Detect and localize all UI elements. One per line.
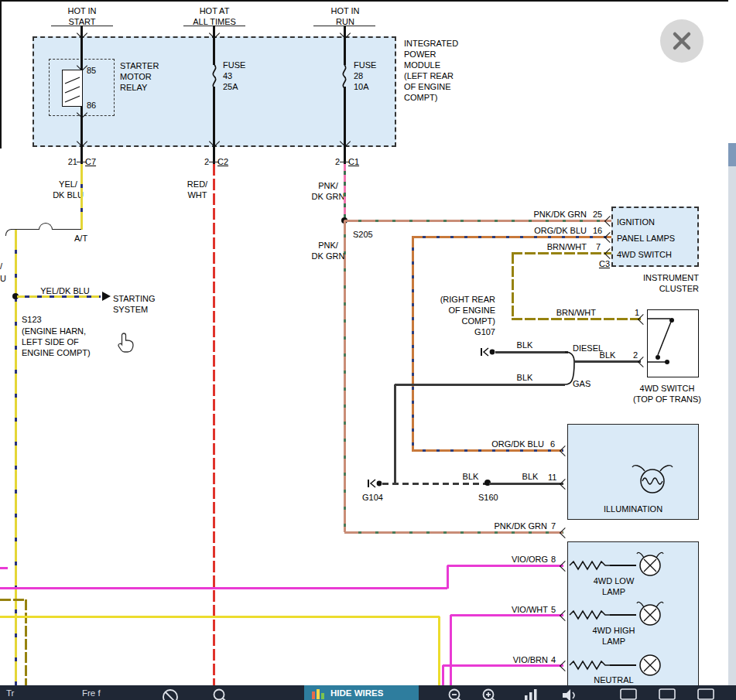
mouse-cursor-hand — [118, 333, 135, 353]
relay-pin-85: 85 — [87, 65, 96, 76]
label-s123-location: (ENGINE HARN, LEFT SIDE OF ENGINE COMPT) — [22, 326, 91, 358]
4wd-high-lamp-symbol — [636, 598, 664, 629]
chart-bars-icon[interactable] — [523, 688, 539, 700]
wire-blk-to-pin11 — [489, 483, 563, 485]
label-s205: S205 — [353, 229, 373, 240]
hide-wires-button[interactable]: HIDE WIRES — [304, 685, 419, 700]
circle-slash-icon[interactable] — [161, 688, 180, 700]
cluster-item-ignition: IGNITION — [617, 217, 655, 227]
scrollbar-thumb[interactable] — [728, 143, 736, 166]
arrow-right-icon — [102, 292, 111, 301]
pin-11: 11 — [548, 472, 556, 483]
label-4wd-high-lamp: 4WD HIGH LAMP — [567, 625, 660, 647]
label-blk: BLK — [451, 471, 490, 482]
cluster-item-panel-lamps: PANEL LAMPS — [617, 233, 675, 244]
label-yel-dkblu: YEL/ DK BLU — [46, 179, 90, 200]
at-branch-line — [53, 229, 81, 230]
wire-crossover-bump — [39, 223, 53, 230]
frame-left — [0, 0, 2, 149]
label-blk: BLK — [511, 471, 549, 482]
label-pnk-dkgrn-mid: PNK/ DK GRN — [305, 240, 351, 261]
label-yel-dkblu-branch: YEL/DK BLU — [29, 285, 101, 296]
wire-fuse43-lower — [213, 87, 215, 164]
wire-magenta-stub — [0, 567, 8, 569]
window-icon[interactable] — [619, 688, 639, 700]
label-s123: S123 — [22, 314, 42, 325]
wire-yel-dkblu-vertical — [80, 164, 83, 230]
label-red-wht: RED/ WHT — [180, 179, 214, 200]
4wd-low-lamp-symbol — [636, 548, 664, 579]
wire-red-wht — [213, 164, 215, 685]
pin-16: 16 — [593, 225, 602, 236]
pin-7: 7 — [596, 241, 601, 252]
wire-blk-to-pin2 — [574, 360, 641, 363]
pin-4: 4 — [551, 654, 556, 665]
label-starter-motor-relay: STARTER MOTOR RELAY — [120, 60, 159, 93]
label-starting-system: STARTING SYSTEM — [113, 293, 156, 315]
wire-pnk-dkgrn-lower — [344, 220, 346, 532]
zoom-out-icon[interactable] — [447, 688, 464, 700]
wire-olive-bottom-drop — [25, 599, 27, 685]
label-g104: G104 — [362, 492, 383, 503]
ground-g107-icon — [480, 347, 496, 357]
clipped-label-fragment: / — [0, 261, 2, 271]
fuse-43-symbol — [209, 65, 220, 88]
label-blk: BLK — [502, 372, 548, 383]
label-vio-brn: VIO/BRN — [494, 654, 548, 665]
wire-blk-gas — [395, 384, 565, 386]
wiring-diagram-page: HOT IN START HOT AT ALL TIMES HOT IN RUN… — [0, 0, 736, 700]
wire-blk-gas-vertical — [394, 384, 396, 483]
at-branch-hook — [5, 229, 12, 236]
label-blk: BLK — [502, 340, 548, 350]
label-pnk-dkgrn-7: PNK/DK GRN — [474, 521, 547, 531]
wires-icon — [312, 688, 324, 699]
label-org-dkblu-16: ORG/DK BLU — [502, 225, 587, 236]
wire-brn-wht-top — [512, 252, 611, 254]
wire-fuse28-lower — [344, 87, 346, 164]
label-gas: GAS — [573, 378, 591, 389]
hide-wires-label: HIDE WIRES — [330, 688, 383, 698]
taskbar: Tr Fre f HIDE WIRES — [0, 685, 736, 700]
resistor-symbol — [570, 561, 610, 570]
label-vio-org: VIO/ORG — [494, 554, 548, 565]
zoom-in-icon[interactable] — [481, 688, 498, 700]
pin-6: 6 — [550, 439, 555, 449]
connector-c1: C1 — [348, 156, 359, 167]
window-icon[interactable] — [658, 688, 678, 700]
wire-org-dkblu-to-pin6 — [412, 449, 563, 452]
wire-yel-dkblu-main — [15, 230, 17, 700]
label-hot-in-start: HOT IN START — [47, 5, 117, 27]
wire-brn-wht-to-switch — [512, 318, 641, 320]
wire-olive-bottom — [0, 599, 26, 601]
label-hot-in-run: HOT IN RUN — [310, 5, 380, 27]
label-g107-location: (RIGHT REAR OF ENGINE COMPT) G107 — [424, 294, 495, 337]
pin-5: 5 — [551, 604, 556, 615]
speaker-icon[interactable] — [560, 687, 577, 700]
wire-pnk-dkgrn-upper — [344, 164, 346, 220]
illumination-lamp-symbol — [631, 460, 674, 496]
frame-top — [0, 0, 728, 2]
label-neutral-lamp: NEUTRAL — [567, 674, 660, 685]
label-s160: S160 — [478, 492, 498, 503]
close-button[interactable] — [660, 19, 703, 63]
scrollbar-track[interactable] — [728, 166, 736, 685]
wire-blk-dashed-g104 — [382, 483, 489, 485]
pin-7: 7 — [551, 521, 556, 531]
label-fuse-28: FUSE 28 10A — [354, 60, 376, 92]
4wd-switch-symbol — [647, 309, 699, 377]
resistor-symbol — [570, 610, 610, 620]
label-vio-wht: VIO/WHT — [494, 604, 548, 615]
label-hot-at-all-times: HOT AT ALL TIMES — [180, 5, 249, 27]
chevron-left-icon — [560, 528, 570, 538]
label-4wd-switch: 4WD SWITCH (TOP OF TRANS) — [611, 383, 723, 405]
wire-org-dkblu-vertical — [412, 237, 414, 450]
search-icon[interactable] — [212, 688, 229, 700]
wire-org-dkblu-top — [412, 236, 611, 238]
connector-pin-2: 2 — [326, 156, 340, 167]
wire-pnk-dkgrn-to-ignition — [344, 220, 611, 222]
label-illumination: ILLUMINATION — [567, 504, 699, 514]
window-icon[interactable] — [697, 688, 717, 700]
wire-pnk-dkgrn-to-pin7 — [344, 531, 563, 534]
pin-25: 25 — [593, 209, 602, 220]
wire-vio-org-run — [0, 587, 447, 589]
